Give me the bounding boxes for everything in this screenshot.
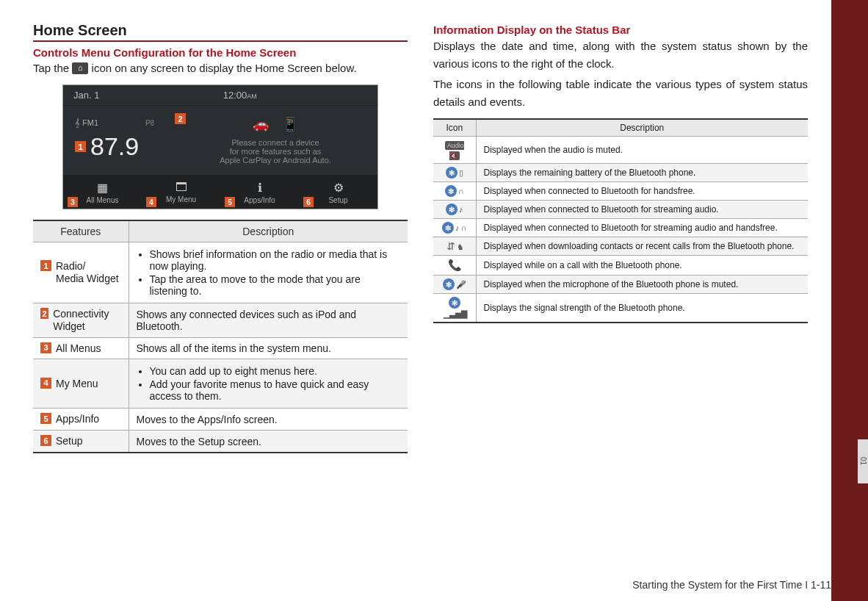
page-footer: Starting the System for the First Time I… [0, 579, 831, 591]
intro-text: Tap the ⌂ icon on any screen to display … [33, 60, 408, 76]
mock-menu-bar: ▦All Menus3 🗖My Menu4 ℹApps/Info5 ⚙Setup… [63, 175, 377, 209]
mock-frequency: 87.9 [90, 132, 139, 161]
info-icon: ℹ [223, 181, 296, 195]
row1-callout: 1 [40, 260, 51, 271]
row5-name: Apps/Info [56, 413, 99, 425]
info-display-title: Information Display on the Status Bar [433, 24, 808, 36]
callout-3: 3 [68, 197, 78, 207]
headset-icon: ∩ [458, 187, 464, 195]
bluetooth-icon: ✻ [446, 167, 457, 179]
section-title: Home Screen [33, 22, 408, 42]
mock-menu-1: My Menu [166, 195, 196, 204]
row4-bullet-1: Add your favorite menus to have quick an… [150, 378, 401, 402]
row3-callout: 3 [40, 342, 51, 353]
row3-name: All Menus [56, 342, 101, 355]
home-icon: ⌂ [72, 62, 88, 74]
phone-glyph-icon: 📱 [282, 116, 298, 132]
status-icons-table: Icon Description Audio🔇 Displayed when t… [433, 118, 808, 323]
connect-msg-1: Please connect a device [182, 138, 369, 147]
gear-icon: ⚙ [302, 181, 375, 195]
bluetooth-icon: ✻ [443, 278, 455, 290]
features-header-col1: Features [33, 220, 129, 242]
mock-band: FM1 [82, 118, 98, 127]
headset-icon: ∩ [461, 223, 467, 232]
row1-bullet-0: Shows brief information on the radio or … [150, 248, 401, 272]
row1-name-l1: Radio/ [56, 260, 85, 272]
icon-desc-7: Displayed when the microphone of the Blu… [476, 276, 808, 294]
features-header-col2: Description [129, 220, 408, 242]
icon-desc-3: Displayed when connected to Bluetooth fo… [476, 201, 808, 219]
page-content: Home Screen Controls Menu Configuration … [0, 0, 868, 461]
mock-date: Jan. 1 [73, 90, 99, 101]
row6-desc: Moves to the Setup screen. [129, 431, 408, 453]
mock-time-suffix: AM [247, 93, 257, 100]
callout-6: 6 [303, 197, 314, 207]
connect-msg-3: Apple CarPlay or Android Auto. [182, 156, 369, 165]
car-icon: 🚗 [253, 116, 269, 132]
row4-bullet-0: You can add up to eight menus here. [150, 365, 401, 377]
radio-icon: 𝄞 [75, 118, 80, 127]
download-icon: ⇵ [446, 240, 455, 252]
callout-4: 4 [146, 197, 156, 207]
row2-name: Connectivity Widget [53, 308, 120, 333]
row6-name: Setup [56, 435, 83, 447]
mock-menu-3: Setup [328, 196, 347, 204]
mock-connectivity-widget: 2 🚗 📱 Please connect a device for more f… [173, 106, 377, 175]
bluetooth-icon: ✻ [446, 204, 457, 215]
callout-5: 5 [225, 197, 235, 207]
mock-radio-widget: 𝄞 FM1 P8 1 87.9 [63, 106, 173, 175]
row4-name: My Menu [56, 378, 98, 390]
row2-callout: 2 [40, 308, 48, 319]
callout-1: 1 [75, 141, 86, 152]
icon-desc-0: Displayed when the audio is muted. [476, 137, 808, 164]
icon-desc-5: Displayed when downloading contacts or r… [476, 237, 808, 256]
chapter-tab: 01 [858, 439, 868, 483]
connect-msg-2: for more features such as [182, 147, 369, 156]
left-column: Home Screen Controls Menu Configuration … [33, 22, 408, 453]
row1-bullet-1: Tap the area to move to the mode that yo… [150, 273, 401, 297]
mock-time: 12:00 [223, 90, 247, 101]
page-sidebar: 01 [831, 0, 868, 601]
icons-header-col2: Description [476, 119, 808, 137]
signal-bars-icon: ▁▃▅▇ [444, 309, 467, 318]
right-column: Information Display on the Status Bar Di… [433, 22, 808, 453]
controls-subtitle: Controls Menu Configuration for the Home… [33, 46, 408, 59]
icons-header-col1: Icon [433, 119, 476, 137]
callout-2: 2 [175, 113, 186, 124]
bluetooth-icon: ✻ [445, 185, 457, 197]
icon-desc-2: Displayed when connected to Bluetooth fo… [476, 182, 808, 201]
home-screen-mock: Jan. 1 12:00AM 𝄞 FM1 P8 1 87.9 2 [62, 84, 378, 209]
intro-post: icon on any screen to display the Home S… [92, 62, 357, 74]
grid-icon: ▦ [66, 181, 139, 195]
features-table: Features Description 1Radio/Media Widget… [33, 220, 408, 453]
music-note-icon: ♪ [459, 205, 463, 214]
info-para-2: The icons in the following table indicat… [433, 76, 808, 111]
row4-callout: 4 [40, 378, 51, 389]
bluetooth-icon: ✻ [442, 222, 454, 234]
icon-desc-8: Displays the signal strength of the Blue… [476, 294, 808, 323]
contacts-icon: ♞ [457, 242, 464, 251]
mock-preset: P8 [145, 119, 154, 127]
row6-callout: 6 [40, 435, 51, 446]
audio-mute-icon: Audio🔇 [445, 141, 464, 160]
phone-call-icon: 📞 [448, 259, 462, 271]
mic-mute-icon: 🎤̸ [456, 280, 466, 289]
box-icon: 🗖 [145, 181, 217, 194]
info-para-1: Displays the date and time, along with t… [433, 37, 808, 73]
mock-menu-2: Apps/Info [244, 196, 275, 204]
icon-desc-1: Displays the remaining battery of the Bl… [476, 164, 808, 182]
row5-callout: 5 [40, 413, 51, 424]
mock-status-bar: Jan. 1 12:00AM [63, 85, 377, 106]
row5-desc: Moves to the Apps/Info screen. [129, 409, 408, 431]
row1-name-l2: Media Widget [56, 273, 119, 284]
music-note-icon: ♪ [455, 223, 460, 232]
icon-desc-6: Displayed while on a call with the Bluet… [476, 256, 808, 276]
intro-pre: Tap the [33, 62, 72, 74]
mock-menu-0: All Menus [87, 196, 119, 204]
icon-desc-4: Displayed when connected to Bluetooth fo… [476, 219, 808, 237]
row2-desc: Shows any connected devices such as iPod… [129, 303, 408, 338]
row3-desc: Shows all of the items in the system men… [129, 337, 408, 359]
bluetooth-icon: ✻ [449, 297, 460, 309]
battery-icon: ▯ [459, 168, 463, 177]
